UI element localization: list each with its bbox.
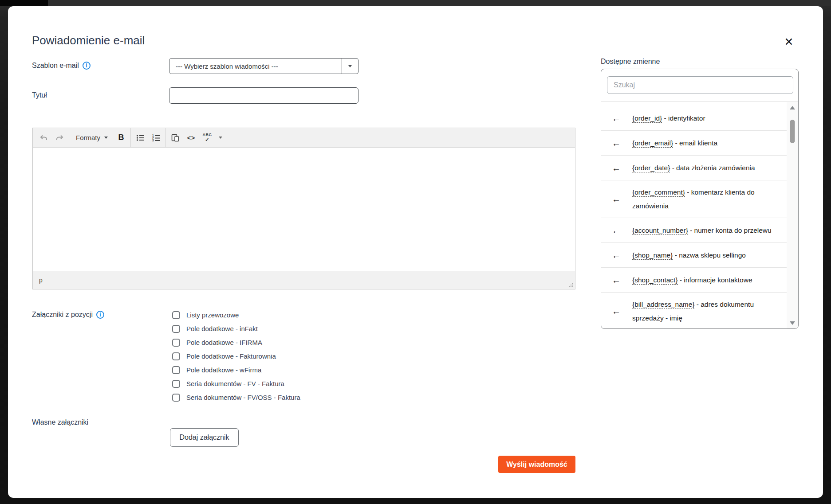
variables-search-input[interactable] bbox=[607, 76, 793, 94]
insert-variable-arrow-icon[interactable]: ← bbox=[612, 139, 622, 148]
template-label-text: Szablon e-mail bbox=[32, 62, 79, 70]
insert-variable-arrow-icon[interactable]: ← bbox=[612, 307, 622, 316]
info-icon[interactable]: i bbox=[83, 62, 91, 70]
variables-panel-header: Dostępne zmienne bbox=[601, 58, 660, 66]
variable-token[interactable]: {shop_name} bbox=[632, 251, 673, 260]
info-icon-glyph: i bbox=[99, 312, 101, 317]
bold-icon: B bbox=[118, 133, 124, 142]
variable-text: {bill_address_name} - adres dokumentu sp… bbox=[632, 297, 778, 325]
svg-text:3: 3 bbox=[152, 139, 154, 142]
insert-variable-arrow-icon[interactable]: ← bbox=[612, 276, 622, 285]
bullet-list-button[interactable] bbox=[132, 128, 148, 148]
redo-button[interactable] bbox=[51, 128, 67, 148]
variable-token[interactable]: {order_comment} bbox=[632, 188, 685, 197]
bullet-list-icon bbox=[136, 134, 145, 142]
variable-description: - identyfikator bbox=[662, 114, 705, 122]
variable-token[interactable]: {shop_contact} bbox=[632, 276, 678, 285]
insert-variable-arrow-icon[interactable]: ← bbox=[612, 114, 622, 123]
variables-scrollbar[interactable] bbox=[787, 102, 798, 329]
insert-variable-arrow-icon[interactable]: ← bbox=[612, 164, 622, 172]
own-attachments-label-text: Własne załączniki bbox=[32, 418, 88, 426]
checkbox[interactable] bbox=[172, 311, 180, 319]
variable-text: {order_email} - email klienta bbox=[632, 136, 717, 150]
insert-variable-arrow-icon[interactable]: ← bbox=[612, 195, 622, 203]
close-button[interactable]: ✕ bbox=[780, 34, 798, 50]
code-icon: <> bbox=[187, 134, 195, 141]
checkbox[interactable] bbox=[172, 325, 180, 333]
checkbox-label: Pole dodatkowe - wFirma bbox=[186, 366, 261, 374]
checkbox[interactable] bbox=[172, 380, 180, 388]
email-notification-modal: Powiadomienie e-mail ✕ Szablon e-mail i … bbox=[8, 6, 823, 498]
spellcheck-button[interactable]: ABC ✓ bbox=[199, 128, 215, 148]
editor-toolbar: Formaty B 1 2 3 bbox=[33, 128, 575, 148]
variable-list-item: ← {order_comment} - komentarz klienta do… bbox=[601, 180, 798, 218]
variable-list-item: ← {shop_name} - nazwa sklepu sellingo bbox=[601, 243, 798, 268]
toolbar-separator bbox=[165, 128, 166, 148]
checkbox-label: Pole dodatkowe - IFIRMA bbox=[186, 339, 262, 346]
variable-list-item: ← {order_id} - identyfikator bbox=[601, 106, 798, 131]
checkbox-label: Seria dokumentów - FV/OSS - Faktura bbox=[186, 394, 300, 401]
attachment-checkbox-row[interactable]: Pole dodatkowe - IFIRMA bbox=[172, 336, 300, 349]
title-label-text: Tytuł bbox=[32, 91, 47, 99]
attachment-checkbox-row[interactable]: Seria dokumentów - FV/OSS - Faktura bbox=[172, 391, 300, 404]
undo-button[interactable] bbox=[35, 128, 51, 148]
chevron-down-icon bbox=[104, 137, 108, 139]
variable-list-item: ← {order_email} - email klienta bbox=[601, 131, 798, 156]
attachment-checkbox-row[interactable]: Pole dodatkowe - wFirma bbox=[172, 363, 300, 377]
checkbox[interactable] bbox=[172, 352, 180, 360]
editor-element-path[interactable]: p bbox=[39, 277, 43, 284]
formats-dropdown[interactable]: Formaty bbox=[71, 128, 113, 148]
attachments-label-text: Załączniki z pozycji bbox=[32, 311, 93, 319]
insert-variable-arrow-icon[interactable]: ← bbox=[612, 226, 622, 235]
attachment-checkbox-row[interactable]: Pole dodatkowe - inFakt bbox=[172, 322, 300, 336]
variable-description: - email klienta bbox=[673, 139, 717, 147]
checkbox[interactable] bbox=[172, 394, 180, 402]
variable-list-item: ← {shop_contact} - informacje kontaktowe bbox=[601, 268, 798, 293]
attachment-checkbox-row[interactable]: Seria dokumentów - FV - Faktura bbox=[172, 377, 300, 391]
checkbox-label: Seria dokumentów - FV - Faktura bbox=[186, 380, 284, 387]
checkbox-label: Listy przewozowe bbox=[186, 311, 239, 319]
scrollbar-thumb[interactable] bbox=[790, 120, 795, 143]
variable-token[interactable]: {order_id} bbox=[632, 114, 662, 123]
code-button[interactable]: <> bbox=[183, 128, 199, 148]
attachment-checkbox-row[interactable]: Pole dodatkowe - Fakturownia bbox=[172, 349, 300, 363]
formats-label: Formaty bbox=[76, 134, 100, 141]
page-title: Powiadomienie e-mail bbox=[32, 33, 145, 48]
title-field-label: Tytuł bbox=[32, 91, 47, 99]
send-message-button[interactable]: Wyślij wiadomość bbox=[498, 456, 575, 473]
attachments-checkbox-list: Listy przewozowe Pole dodatkowe - inFakt… bbox=[172, 308, 300, 404]
spellcheck-menu-button[interactable] bbox=[215, 128, 226, 148]
variable-token[interactable]: {bill_address_name} bbox=[632, 301, 694, 309]
numbered-list-icon: 1 2 3 bbox=[152, 134, 161, 142]
variable-text: {account_number} - numer konta do przele… bbox=[632, 223, 772, 237]
bold-button[interactable]: B bbox=[113, 128, 129, 148]
checkbox[interactable] bbox=[172, 339, 180, 347]
attachment-checkbox-row[interactable]: Listy przewozowe bbox=[172, 308, 300, 322]
resize-grip-icon bbox=[568, 282, 574, 288]
variable-list-item: ← {bill_address_name} - adres dokumentu … bbox=[601, 293, 798, 329]
insert-variable-arrow-icon[interactable]: ← bbox=[612, 251, 622, 260]
variables-list: ← {order_id} - identyfikator ← {order_em… bbox=[601, 102, 798, 329]
undo-icon bbox=[39, 134, 48, 142]
add-attachment-button[interactable]: Dodaj załącznik bbox=[170, 428, 239, 447]
variable-token[interactable]: {order_email} bbox=[632, 139, 673, 148]
editor-statusbar: p bbox=[33, 271, 575, 289]
variable-token[interactable]: {order_date} bbox=[632, 164, 670, 172]
resize-grip-handle[interactable] bbox=[568, 282, 574, 288]
template-select[interactable]: --- Wybierz szablon wiadomości --- bbox=[169, 58, 358, 74]
title-input[interactable] bbox=[169, 87, 358, 104]
scrollbar-up-arrow-icon[interactable] bbox=[790, 106, 795, 109]
numbered-list-button[interactable]: 1 2 3 bbox=[148, 128, 164, 148]
variable-token[interactable]: {account_number} bbox=[632, 227, 688, 235]
editor-content-area[interactable] bbox=[33, 148, 575, 271]
info-icon-glyph: i bbox=[86, 63, 87, 68]
toolbar-separator bbox=[130, 128, 131, 148]
checkbox[interactable] bbox=[172, 366, 180, 374]
variable-description: - nazwa sklepu sellingo bbox=[673, 251, 746, 259]
template-field-label: Szablon e-mail i bbox=[32, 62, 91, 70]
scrollbar-down-arrow-icon[interactable] bbox=[790, 321, 795, 325]
paste-button[interactable] bbox=[167, 128, 183, 148]
info-icon[interactable]: i bbox=[96, 311, 104, 319]
template-select-caret-button[interactable] bbox=[342, 59, 358, 74]
paste-icon bbox=[171, 133, 180, 142]
